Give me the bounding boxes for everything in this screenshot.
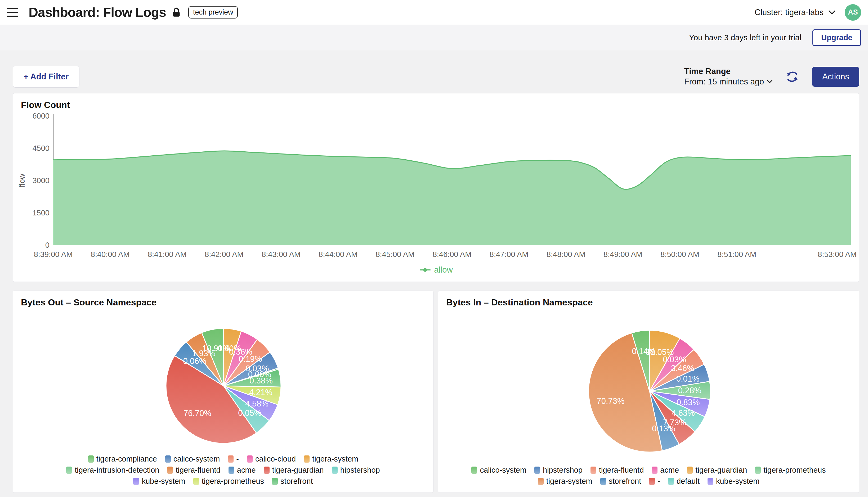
legend-item-calico-cloud[interactable]: calico-cloud: [247, 455, 296, 464]
bytes-out-card: Bytes Out – Source Namespace 0.60%0.36%0…: [13, 290, 433, 493]
bytes-out-title: Bytes Out – Source Namespace: [21, 297, 156, 308]
y-tick-label: 6000: [32, 112, 50, 120]
x-tick-label: 8:48:00 AM: [547, 250, 586, 258]
pie-chart-bytes-out[interactable]: 0.60%0.36%0.19%0.03%0.00%0.38%4.21%4.58%…: [13, 291, 433, 455]
legend-row: calico-systemhipstershoptigera-fluentdac…: [471, 466, 826, 474]
legend-swatch-icon: [534, 467, 540, 474]
legend-swatch-icon: [600, 478, 606, 485]
x-tick-label: 8:46:00 AM: [433, 250, 472, 258]
legend-swatch-icon: [652, 467, 657, 474]
legend-swatch-icon: [668, 478, 674, 485]
legend-swatch-icon: [755, 467, 761, 474]
app-root: Dashboard: Flow Logs tech preview Cluste…: [0, 0, 868, 497]
legend-label: tigera-system: [546, 477, 592, 486]
refresh-button[interactable]: [786, 70, 799, 83]
pie-slice-label: 0.01%: [676, 374, 700, 383]
pie-slice-label: 3.46%: [671, 364, 694, 373]
legend-label: kube-system: [142, 477, 185, 486]
area-chart[interactable]: 01500300045006000flow8:39:00 AM8:40:00 A…: [13, 94, 859, 282]
x-tick-label: 8:42:00 AM: [205, 250, 243, 258]
legend-item-tigera-guardian[interactable]: tigera-guardian: [264, 466, 324, 474]
legend-row: tigera-compliancecalico-system-calico-cl…: [88, 455, 358, 464]
pie-slice-label: 0.83%: [676, 398, 700, 407]
bytes-out-legend: tigera-compliancecalico-system-calico-cl…: [13, 455, 433, 486]
add-filter-button[interactable]: + Add Filter: [13, 66, 80, 88]
legend-item-tigera-system[interactable]: tigera-system: [304, 455, 358, 464]
legend-item-acme[interactable]: acme: [652, 466, 679, 474]
legend-row: tigera-intrusion-detectiontigera-fluentd…: [66, 466, 380, 474]
legend-swatch-icon: [228, 467, 234, 474]
legend-item--[interactable]: -: [228, 455, 239, 464]
legend-label: kube-system: [716, 477, 759, 486]
legend-label: tigera-system: [312, 455, 358, 464]
legend-swatch-icon: [193, 478, 199, 485]
time-range-selector[interactable]: From: 15 minutes ago: [684, 77, 773, 87]
legend-swatch-icon: [165, 455, 171, 463]
legend-item-tigera-intrusion-detection[interactable]: tigera-intrusion-detection: [66, 466, 159, 474]
legend-item-calico-system[interactable]: calico-system: [471, 466, 527, 474]
avatar[interactable]: AS: [845, 4, 861, 20]
pie-slice-label: 4.58%: [245, 399, 268, 408]
legend-item-default[interactable]: default: [668, 477, 700, 486]
legend-swatch-icon: [228, 455, 234, 463]
legend-item-tigera-fluentd[interactable]: tigera-fluentd: [590, 466, 644, 474]
legend-label: tigera-guardian: [695, 466, 747, 474]
bytes-in-card: Bytes In – Destination Namespace 12.05%0…: [438, 290, 859, 493]
legend-swatch-icon: [133, 478, 139, 485]
chevron-down-icon: [767, 80, 772, 84]
header: Dashboard: Flow Logs tech preview Cluste…: [0, 0, 868, 25]
pie-chart-bytes-in[interactable]: 12.05%0.03%3.46%0.01%0.28%0.83%4.63%7.73…: [438, 291, 859, 460]
refresh-icon: [786, 70, 799, 83]
legend-item-tigera-prometheus[interactable]: tigera-prometheus: [755, 466, 826, 474]
legend-item-tigera-guardian[interactable]: tigera-guardian: [687, 466, 747, 474]
lock-icon: [172, 7, 181, 18]
area-series-allow[interactable]: [53, 151, 851, 245]
legend-label: calico-system: [480, 466, 527, 474]
filter-toolbar: + Add Filter Time Range From: 15 minutes…: [13, 63, 859, 90]
legend-item-tigera-system[interactable]: tigera-system: [538, 477, 592, 486]
legend-item-acme[interactable]: acme: [228, 466, 256, 474]
legend-item-kube-system[interactable]: kube-system: [708, 477, 759, 486]
x-tick-label: 8:44:00 AM: [319, 250, 358, 258]
allow-legend-item[interactable]: allow: [419, 265, 453, 275]
tech-preview-badge: tech preview: [188, 6, 238, 18]
x-tick-label: 8:51:00 AM: [717, 250, 756, 258]
legend-swatch-icon: [304, 455, 310, 463]
trial-message: You have 3 days left in your trial: [689, 33, 801, 42]
x-tick-label: 8:50:00 AM: [660, 250, 699, 258]
cluster-selector[interactable]: Cluster: tigera-labs: [755, 8, 836, 17]
legend-label: tigera-prometheus: [764, 466, 826, 474]
x-tick-label: 8:41:00 AM: [148, 250, 187, 258]
legend-swatch-icon: [687, 467, 693, 474]
pie-slice-label: 4.21%: [249, 388, 272, 397]
legend-item-calico-system[interactable]: calico-system: [165, 455, 220, 464]
legend-swatch-icon: [272, 478, 278, 485]
legend-item--[interactable]: -: [649, 477, 660, 486]
flow-count-title: Flow Count: [21, 100, 70, 110]
page-title: Dashboard: Flow Logs: [29, 5, 166, 20]
legend-item-hipstershop[interactable]: hipstershop: [332, 466, 380, 474]
legend-swatch-icon: [649, 478, 655, 485]
line-series-marker-icon: [419, 268, 431, 272]
legend-swatch-icon: [66, 467, 72, 474]
legend-swatch-icon: [167, 467, 173, 474]
hamburger-menu-icon[interactable]: [7, 8, 18, 17]
trial-banner: You have 3 days left in your trial Upgra…: [0, 25, 868, 50]
legend-swatch-icon: [264, 467, 269, 474]
legend-item-hipstershop[interactable]: hipstershop: [534, 466, 583, 474]
legend-item-tigera-prometheus[interactable]: tigera-prometheus: [193, 477, 264, 486]
legend-item-storefront[interactable]: storefront: [272, 477, 313, 486]
pie-slice-label: 70.73%: [597, 396, 625, 406]
legend-item-tigera-fluentd[interactable]: tigera-fluentd: [167, 466, 220, 474]
legend-label: tigera-guardian: [272, 466, 324, 474]
legend-item-storefront[interactable]: storefront: [600, 477, 641, 486]
pie-slice-label: 0.03%: [663, 355, 686, 364]
upgrade-button[interactable]: Upgrade: [812, 29, 861, 46]
x-tick-label: 8:40:00 AM: [91, 250, 130, 258]
legend-item-kube-system[interactable]: kube-system: [133, 477, 185, 486]
legend-label: acme: [660, 466, 679, 474]
time-range-block: Time Range From: 15 minutes ago: [684, 67, 773, 87]
legend-item-tigera-compliance[interactable]: tigera-compliance: [88, 455, 157, 464]
pie-slice-label: 0.05%: [238, 408, 261, 417]
actions-button[interactable]: Actions: [812, 67, 859, 87]
